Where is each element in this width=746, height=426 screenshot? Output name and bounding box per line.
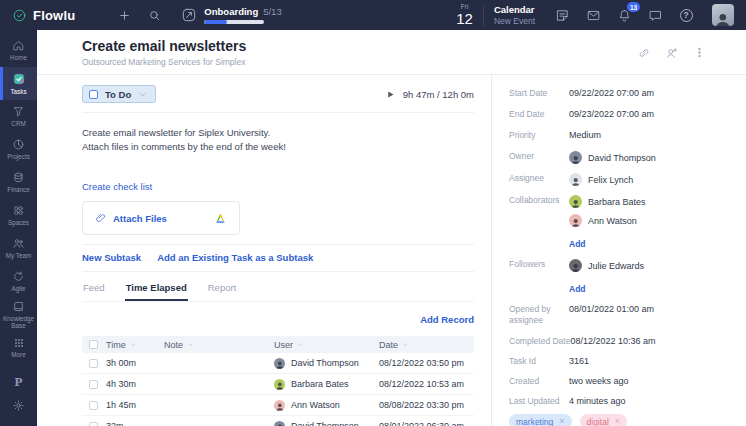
sticky-note-icon bbox=[555, 8, 570, 23]
column-header-user[interactable]: User bbox=[274, 340, 379, 350]
share-button[interactable] bbox=[665, 46, 679, 60]
avatar bbox=[274, 358, 285, 369]
attach-files-button[interactable]: Attach Files bbox=[82, 201, 240, 235]
sidebar-item-tasks[interactable]: Tasks bbox=[0, 67, 37, 100]
column-header-time[interactable]: Time bbox=[106, 340, 164, 350]
create-checklist-link[interactable]: Create check list bbox=[82, 181, 152, 192]
priority-value[interactable]: Medium bbox=[569, 130, 601, 141]
time-cell: 32m bbox=[106, 421, 164, 426]
sidebar-item-knowledge-base[interactable]: Knowledge Base bbox=[0, 298, 37, 331]
sidebar-item-agile[interactable]: Agile bbox=[0, 265, 37, 298]
task-description: Create email newsletter for Siplex Unive… bbox=[82, 126, 474, 154]
tab-report[interactable]: Report bbox=[207, 277, 238, 301]
end-date-value[interactable]: 09/23/2022 07:00 am bbox=[569, 109, 654, 120]
select-all-checkbox[interactable] bbox=[89, 340, 98, 349]
table-row[interactable]: 3h 00m David Thompson 08/12/2022 03:50 p… bbox=[82, 353, 474, 374]
add-record-link[interactable]: Add Record bbox=[420, 314, 474, 325]
time-tracker: 9h 47m / 12h 0m bbox=[386, 89, 474, 100]
avatar bbox=[274, 400, 285, 411]
link-icon bbox=[637, 46, 651, 60]
status-dropdown[interactable]: To Do bbox=[82, 85, 156, 103]
sidebar-item-home[interactable]: Home bbox=[0, 34, 37, 67]
search-button[interactable] bbox=[143, 4, 165, 26]
column-header-note[interactable]: Note bbox=[164, 340, 274, 350]
collaborator-person[interactable]: Barbara Bates bbox=[569, 195, 646, 208]
mail-button[interactable] bbox=[582, 4, 604, 26]
finance-coins-icon bbox=[12, 171, 25, 184]
add-collaborator-link[interactable]: Add bbox=[569, 239, 586, 249]
sort-chevron-icon bbox=[402, 341, 409, 348]
row-checkbox[interactable] bbox=[89, 422, 98, 426]
new-event-label: New Event bbox=[494, 16, 535, 27]
sidebar-item-projects[interactable]: Projects bbox=[0, 133, 37, 166]
person-plus-icon bbox=[665, 46, 679, 60]
avatar bbox=[274, 379, 285, 390]
add-button[interactable] bbox=[113, 4, 135, 26]
chat-button[interactable] bbox=[644, 4, 666, 26]
row-checkbox[interactable] bbox=[89, 401, 98, 410]
more-menu-button[interactable] bbox=[693, 46, 706, 59]
team-people-icon bbox=[12, 237, 25, 250]
column-header-date[interactable]: Date bbox=[379, 340, 474, 350]
sidebar-item-my-team[interactable]: My Team bbox=[0, 232, 37, 265]
new-subtask-link[interactable]: New Subtask bbox=[82, 252, 141, 263]
time-cell: 3h 00m bbox=[106, 358, 164, 368]
avatar bbox=[274, 421, 285, 426]
user-cell: David Thompson bbox=[274, 358, 379, 369]
notes-button[interactable] bbox=[551, 4, 573, 26]
last-updated-value: 4 minutes ago bbox=[569, 396, 626, 407]
table-row[interactable]: 1h 45m Ann Watson 08/08/2022 03:30 pm bbox=[82, 395, 474, 416]
detail-label: Created bbox=[509, 376, 569, 387]
copy-link-button[interactable] bbox=[637, 46, 651, 60]
detail-label: Opened by assignee bbox=[509, 304, 569, 326]
tab-time-elapsed[interactable]: Time Elapsed bbox=[125, 277, 188, 301]
sidebar-item-crm[interactable]: CRM bbox=[0, 100, 37, 133]
sidebar-item-more[interactable]: More bbox=[0, 331, 37, 364]
owner-person[interactable]: David Thompson bbox=[569, 151, 656, 164]
user-avatar[interactable] bbox=[712, 4, 734, 26]
google-drive-icon[interactable] bbox=[214, 212, 227, 225]
projects-pie-icon bbox=[12, 138, 25, 151]
settings-gear-icon[interactable] bbox=[12, 399, 25, 412]
remove-tag-icon[interactable]: × bbox=[559, 417, 564, 426]
project-breadcrumb[interactable]: Outsourced Marketing Services for Simple… bbox=[82, 57, 246, 67]
chat-icon bbox=[648, 8, 663, 23]
calendar-shortcut[interactable]: Calendar New Event bbox=[494, 4, 535, 27]
detail-label: Owner bbox=[509, 151, 569, 162]
brand-name: Flowlu bbox=[33, 8, 75, 23]
help-icon: ? bbox=[680, 9, 693, 22]
agile-cycle-icon bbox=[12, 270, 25, 283]
row-checkbox[interactable] bbox=[89, 359, 98, 368]
help-button[interactable]: ? bbox=[675, 4, 697, 26]
collaborator-person[interactable]: Ann Watson bbox=[569, 214, 646, 227]
onboarding-progress-bar bbox=[204, 20, 264, 24]
created-value: two weeks ago bbox=[569, 376, 629, 387]
date-cell: 08/01/2022 06:30 am bbox=[379, 421, 474, 426]
divider bbox=[82, 244, 474, 245]
start-date-value[interactable]: 09/22/2022 07:00 am bbox=[569, 88, 654, 99]
flowlu-product-icon[interactable]: P bbox=[14, 376, 22, 389]
start-timer-button[interactable] bbox=[386, 90, 395, 99]
remove-tag-icon[interactable]: × bbox=[615, 417, 620, 426]
row-checkbox[interactable] bbox=[89, 380, 98, 389]
assignee-person[interactable]: Felix Lynch bbox=[569, 173, 633, 186]
detail-label: Last Updated bbox=[509, 396, 569, 407]
detail-label: End Date bbox=[509, 109, 569, 120]
calendar-title: Calendar bbox=[494, 4, 535, 16]
add-existing-subtask-link[interactable]: Add an Existing Task as a Subtask bbox=[157, 252, 313, 263]
flowlu-logo[interactable]: Flowlu bbox=[12, 8, 75, 23]
table-row[interactable]: 4h 30m Barbara Bates 08/12/2022 10:53 am bbox=[82, 374, 474, 395]
add-follower-link[interactable]: Add bbox=[569, 284, 586, 294]
notification-badge: 13 bbox=[627, 2, 640, 12]
table-row[interactable]: 32m David Thompson 08/01/2022 06:30 am bbox=[82, 416, 474, 426]
detail-label: Priority bbox=[509, 130, 569, 141]
rocket-icon bbox=[181, 7, 197, 23]
tab-feed[interactable]: Feed bbox=[82, 277, 106, 301]
onboarding-widget[interactable]: Onboarding 5/13 bbox=[181, 6, 281, 24]
sidebar-item-spaces[interactable]: Spaces bbox=[0, 199, 37, 232]
topbar-divider bbox=[483, 5, 484, 26]
topbar-date[interactable]: Fri 12 bbox=[456, 4, 473, 27]
tag-marketing: marketing × bbox=[509, 414, 572, 426]
follower-person[interactable]: Julie Edwards bbox=[569, 259, 644, 272]
sidebar-item-finance[interactable]: Finance bbox=[0, 166, 37, 199]
